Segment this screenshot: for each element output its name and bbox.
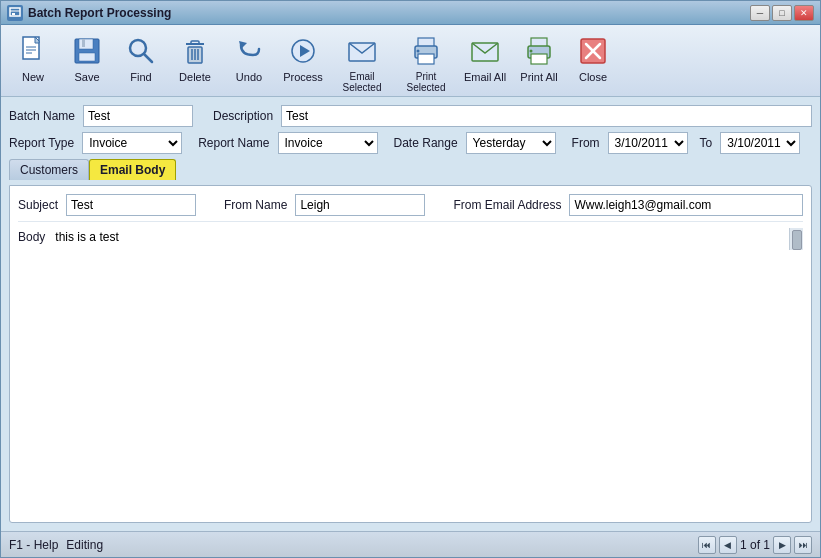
new-icon — [15, 33, 51, 69]
new-button[interactable]: New — [7, 29, 59, 87]
report-name-select[interactable]: Invoice — [278, 132, 378, 154]
to-date-select[interactable]: 3/10/2011 — [720, 132, 800, 154]
save-button[interactable]: Save — [61, 29, 113, 87]
close-window-button[interactable]: ✕ — [794, 5, 814, 21]
minimize-button[interactable]: ─ — [750, 5, 770, 21]
find-label: Find — [130, 71, 151, 83]
svg-rect-10 — [82, 39, 85, 47]
content-area: Batch Name Description Report Type Invoi… — [1, 97, 820, 531]
toolbar: New Save Find — [1, 25, 820, 97]
maximize-button[interactable]: □ — [772, 5, 792, 21]
print-all-label: Print All — [520, 71, 557, 83]
find-icon — [123, 33, 159, 69]
email-selected-label: Email Selected — [334, 71, 390, 93]
email-body-panel: Subject From Name From Email Address Bod… — [9, 185, 812, 523]
from-date-select[interactable]: 3/10/2011 — [608, 132, 688, 154]
body-textarea[interactable]: this is a test — [53, 228, 781, 508]
close-icon — [575, 33, 611, 69]
print-selected-label: Print Selected — [398, 71, 454, 93]
nav-next-button[interactable]: ▶ — [773, 536, 791, 554]
email-selected-icon — [344, 33, 380, 69]
svg-point-14 — [133, 43, 143, 53]
nav-first-button[interactable]: ⏮ — [698, 536, 716, 554]
svg-rect-17 — [191, 41, 199, 44]
process-label: Process — [283, 71, 323, 83]
from-email-label: From Email Address — [453, 198, 561, 212]
save-icon — [69, 33, 105, 69]
report-type-select[interactable]: Invoice — [82, 132, 182, 154]
description-label: Description — [213, 109, 273, 123]
batch-name-row: Batch Name Description — [9, 105, 812, 127]
new-label: New — [22, 71, 44, 83]
undo-label: Undo — [236, 71, 262, 83]
undo-button[interactable]: Undo — [223, 29, 275, 87]
tabs: Customers Email Body — [9, 159, 812, 180]
undo-icon — [231, 33, 267, 69]
print-selected-button[interactable]: Print Selected — [395, 29, 457, 97]
body-row: Body this is a test — [18, 228, 803, 514]
from-email-input[interactable] — [569, 194, 803, 216]
close-label: Close — [579, 71, 607, 83]
subject-input[interactable] — [66, 194, 196, 216]
description-input[interactable] — [281, 105, 812, 127]
from-name-label: From Name — [224, 198, 287, 212]
window-title: Batch Report Processing — [28, 6, 745, 20]
batch-name-label: Batch Name — [9, 109, 75, 123]
date-range-label: Date Range — [394, 136, 458, 150]
app-icon — [7, 5, 23, 21]
process-icon — [285, 33, 321, 69]
help-label: F1 - Help — [9, 538, 58, 552]
email-all-button[interactable]: Email All — [459, 29, 511, 87]
editing-label: Editing — [66, 538, 103, 552]
save-label: Save — [74, 71, 99, 83]
navigation-controls: ⏮ ◀ 1 of 1 ▶ ⏭ — [698, 536, 812, 554]
body-scrollbar[interactable] — [789, 228, 803, 250]
nav-prev-button[interactable]: ◀ — [719, 536, 737, 554]
email-selected-button[interactable]: Email Selected — [331, 29, 393, 97]
svg-point-33 — [530, 50, 533, 53]
svg-rect-11 — [79, 53, 95, 61]
body-label: Body — [18, 228, 45, 244]
process-button[interactable]: Process — [277, 29, 329, 87]
delete-button[interactable]: Delete — [169, 29, 221, 87]
report-type-label: Report Type — [9, 136, 74, 150]
batch-name-input[interactable] — [83, 105, 193, 127]
page-info: 1 of 1 — [740, 538, 770, 552]
subject-label: Subject — [18, 198, 58, 212]
print-all-button[interactable]: Print All — [513, 29, 565, 87]
date-range-select[interactable]: Yesterday — [466, 132, 556, 154]
svg-point-28 — [417, 50, 420, 53]
delete-label: Delete — [179, 71, 211, 83]
subject-row: Subject From Name From Email Address — [18, 194, 803, 222]
svg-rect-27 — [418, 54, 434, 64]
delete-icon — [177, 33, 213, 69]
tab-email-body[interactable]: Email Body — [89, 159, 176, 180]
print-selected-icon — [408, 33, 444, 69]
from-name-input[interactable] — [295, 194, 425, 216]
report-name-label: Report Name — [198, 136, 269, 150]
status-bar: F1 - Help Editing ⏮ ◀ 1 of 1 ▶ ⏭ — [1, 531, 820, 557]
to-label: To — [700, 136, 713, 150]
report-type-row: Report Type Invoice Report Name Invoice … — [9, 132, 812, 154]
panel-content: Subject From Name From Email Address Bod… — [10, 186, 811, 522]
svg-rect-9 — [79, 39, 93, 49]
tab-customers[interactable]: Customers — [9, 159, 89, 180]
title-bar: Batch Report Processing ─ □ ✕ — [1, 1, 820, 25]
email-all-icon — [467, 33, 503, 69]
from-label: From — [572, 136, 600, 150]
svg-line-13 — [144, 54, 152, 62]
print-all-icon — [521, 33, 557, 69]
main-window: Batch Report Processing ─ □ ✕ New — [0, 0, 821, 558]
nav-last-button[interactable]: ⏭ — [794, 536, 812, 554]
email-all-label: Email All — [464, 71, 506, 83]
svg-rect-2 — [12, 13, 15, 15]
close-button[interactable]: Close — [567, 29, 619, 87]
svg-rect-32 — [531, 54, 547, 64]
scrollbar-thumb — [792, 230, 802, 250]
find-button[interactable]: Find — [115, 29, 167, 87]
window-controls: ─ □ ✕ — [750, 5, 814, 21]
